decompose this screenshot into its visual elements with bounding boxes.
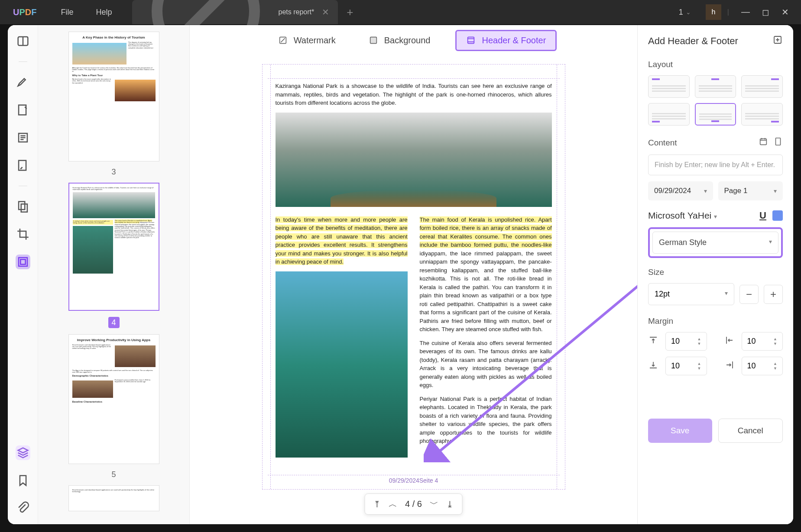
margin-bottom-input[interactable]: 10▲▼ xyxy=(665,357,707,375)
last-page-icon[interactable]: ⤓ xyxy=(446,499,454,509)
svg-rect-14 xyxy=(760,139,767,145)
minimize-icon[interactable]: — xyxy=(741,7,750,17)
page-left-column: In today's time when more and more peopl… xyxy=(276,216,408,458)
fill-tool-icon[interactable] xyxy=(16,158,30,173)
svg-rect-10 xyxy=(370,37,376,44)
date-format-select[interactable]: 09/29/2024▾ xyxy=(648,181,713,200)
menu-file[interactable]: File xyxy=(49,8,84,17)
left-tool-rail xyxy=(8,25,38,524)
color-swatch[interactable] xyxy=(772,210,783,221)
page-insert-icon[interactable] xyxy=(773,137,783,148)
close-icon[interactable]: ✕ xyxy=(782,7,789,17)
thumb-3-title: A Key Phase in the History of Tourism xyxy=(72,35,156,40)
thumbnail-page-6[interactable]: Smart browsers and download based applic… xyxy=(68,485,159,511)
prev-page-icon[interactable]: ︿ xyxy=(389,498,397,510)
zoom-indicator[interactable]: 1⌄ xyxy=(670,8,700,17)
next-page-icon[interactable]: ﹀ xyxy=(430,498,438,510)
page-tools-icon[interactable] xyxy=(16,255,30,269)
thumbnail-panel[interactable]: A Key Phase in the History of Tourism Th… xyxy=(38,25,190,524)
underline-button[interactable]: U xyxy=(759,210,766,221)
svg-rect-11 xyxy=(468,37,474,44)
first-page-icon[interactable]: ⤒ xyxy=(373,499,381,509)
form-tool-icon[interactable] xyxy=(16,130,30,145)
user-avatar[interactable]: h xyxy=(706,4,721,20)
size-label: Size xyxy=(648,268,783,277)
attachment-icon[interactable] xyxy=(16,501,30,516)
layout-option-6[interactable] xyxy=(741,103,783,126)
size-select[interactable]: 12pt▾ xyxy=(648,283,734,305)
page-intro-text: Kaziranga National Park is a showcase to… xyxy=(276,82,552,107)
thumbnail-page-3[interactable]: A Key Phase in the History of Tourism Th… xyxy=(68,32,159,161)
page-indicator: 4 / 6 xyxy=(405,499,422,509)
window-controls: — ◻ ✕ xyxy=(729,7,801,17)
maximize-icon[interactable]: ◻ xyxy=(762,7,769,17)
layout-option-3[interactable] xyxy=(741,75,783,98)
layout-option-4[interactable] xyxy=(648,103,690,126)
document-page: Kaziranga National Park is a showcase to… xyxy=(262,64,565,490)
margin-right-icon xyxy=(724,360,736,372)
app-logo: UPDF xyxy=(0,7,49,17)
canvas-area: Watermark Background Header & Footer Kaz… xyxy=(190,25,637,524)
page-format-select[interactable]: Page 1▾ xyxy=(718,181,783,200)
svg-rect-5 xyxy=(19,202,25,210)
thumb-5-title: Improve Working Productivity in Using Ap… xyxy=(72,338,156,342)
watermark-button[interactable]: Watermark xyxy=(270,32,344,49)
save-button[interactable]: Save xyxy=(648,419,712,443)
page-footer-text: 09/29/2024Seite 4 xyxy=(263,477,565,484)
new-tab-button[interactable]: + xyxy=(347,6,353,19)
margin-left-input[interactable]: 10▲▼ xyxy=(742,332,783,351)
cancel-button[interactable]: Cancel xyxy=(718,419,783,443)
thumbnail-page-4[interactable]: Kaziranga National Park is a showcase to… xyxy=(68,183,159,311)
layout-option-1[interactable] xyxy=(648,75,690,98)
svg-rect-6 xyxy=(21,204,27,212)
style-dropdown-highlight: German Style▾ xyxy=(648,227,783,258)
layout-grid xyxy=(648,75,783,126)
thumb-num-3: 3 xyxy=(111,168,116,177)
margin-top-icon xyxy=(648,335,660,348)
header-footer-button[interactable]: Header & Footer xyxy=(455,30,557,51)
menu-help[interactable]: Help xyxy=(84,8,123,17)
page-tools-toolbar: Watermark Background Header & Footer xyxy=(190,25,637,55)
svg-rect-8 xyxy=(20,259,25,264)
style-select[interactable]: German Style▾ xyxy=(652,232,778,254)
page-right-column: The main food of Kerala is unpolished ri… xyxy=(420,216,552,458)
date-insert-icon[interactable] xyxy=(759,137,768,148)
layout-option-2[interactable] xyxy=(695,75,736,98)
size-decrease-button[interactable]: − xyxy=(739,285,759,304)
thumb-num-5: 5 xyxy=(111,470,116,479)
content-input[interactable]: Finish by Enter; new line by Alt + Enter… xyxy=(648,155,783,175)
crop-tool-icon[interactable] xyxy=(16,227,30,242)
content-label: Content xyxy=(648,138,677,148)
font-select[interactable]: Microsoft YaHei ▾ xyxy=(648,210,759,221)
layout-option-5[interactable] xyxy=(695,103,736,126)
bookmark-icon[interactable] xyxy=(16,473,30,488)
margin-bottom-icon xyxy=(648,360,660,372)
layout-label: Layout xyxy=(648,60,783,69)
svg-rect-4 xyxy=(19,161,26,171)
thumbnail-page-5[interactable]: Improve Working Productivity in Using Ap… xyxy=(68,334,159,464)
page-view[interactable]: Kaziranga National Park is a showcase to… xyxy=(190,55,637,524)
thumb-num-4: 4 xyxy=(108,317,120,328)
margin-right-input[interactable]: 10▲▼ xyxy=(742,357,783,375)
tab-close-icon[interactable]: ✕ xyxy=(322,7,329,17)
svg-rect-15 xyxy=(776,138,781,145)
save-template-icon[interactable] xyxy=(772,35,783,48)
header-footer-panel: Add Header & Footer Layout Content Finis… xyxy=(637,25,793,524)
panel-title: Add Header & Footer xyxy=(648,35,738,47)
tab-title: pets report* xyxy=(279,8,315,16)
organize-tool-icon[interactable] xyxy=(16,199,30,214)
document-tab[interactable]: pets report* ✕ xyxy=(132,0,338,24)
margin-label: Margin xyxy=(648,316,783,326)
size-increase-button[interactable]: + xyxy=(764,285,783,304)
svg-rect-2 xyxy=(19,105,26,115)
margin-top-input[interactable]: 10▲▼ xyxy=(665,332,707,351)
edit-tool-icon[interactable] xyxy=(16,103,30,117)
reader-tool-icon[interactable] xyxy=(16,34,30,48)
page-hero-image xyxy=(276,113,552,207)
layers-icon[interactable] xyxy=(16,445,30,460)
margin-left-icon xyxy=(724,335,736,348)
page-navigator: ⤒ ︿ 4 / 6 ﹀ ⤓ xyxy=(364,493,463,515)
background-button[interactable]: Background xyxy=(361,32,438,49)
highlight-tool-icon[interactable] xyxy=(16,75,30,90)
workspace: A Key Phase in the History of Tourism Th… xyxy=(8,25,793,524)
